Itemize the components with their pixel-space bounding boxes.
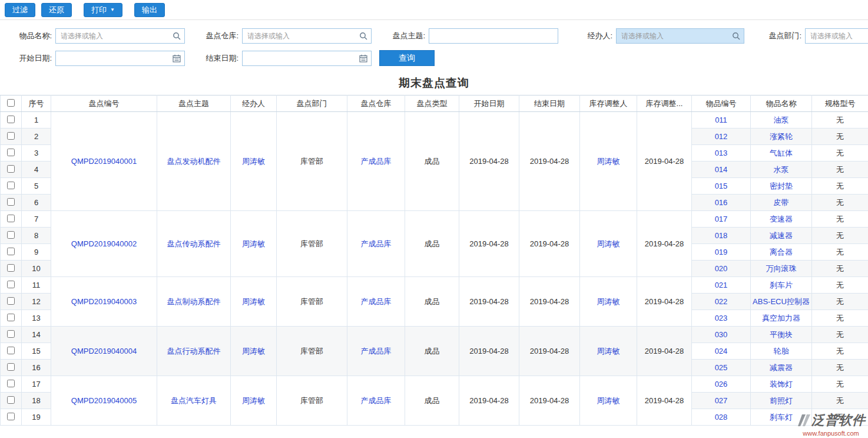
row-checkbox[interactable] (7, 363, 15, 371)
row-number: 1 (22, 112, 51, 129)
count-code-link[interactable]: QMPD2019040003 (51, 277, 157, 327)
row-checkbox[interactable] (7, 248, 15, 255)
item-name-link[interactable]: 离合器 (751, 244, 812, 261)
select-all-checkbox[interactable] (7, 99, 15, 107)
count-theme-link[interactable]: 盘点发动机配件 (157, 112, 231, 211)
item-name-link[interactable]: 前照灯 (751, 393, 812, 409)
item-code-link[interactable]: 023 (692, 310, 751, 327)
row-checkbox[interactable] (7, 182, 15, 189)
item-name-link[interactable]: 气缸体 (751, 145, 812, 162)
row-checkbox[interactable] (7, 297, 15, 305)
print-button-label: 打印 (91, 5, 107, 15)
count-code-link[interactable]: QMPD2019040005 (51, 376, 157, 426)
row-checkbox[interactable] (7, 330, 15, 338)
item-code-link[interactable]: 020 (692, 261, 751, 277)
count-theme-link[interactable]: 盘点行动系配件 (157, 327, 231, 376)
end-date-input[interactable] (242, 51, 372, 66)
item-name-link[interactable]: 刹车片 (751, 277, 812, 294)
warehouse-link[interactable]: 产成品库 (347, 376, 405, 426)
item-name-link[interactable]: 真空加力器 (751, 310, 812, 327)
warehouse-label: 盘点仓库: (201, 31, 242, 41)
count-code-link[interactable]: QMPD2019040001 (51, 112, 157, 211)
query-button[interactable]: 查询 (379, 50, 435, 66)
item-name-link[interactable]: 装饰灯 (751, 376, 812, 393)
filter-button[interactable]: 过滤 (5, 3, 35, 17)
adjuster-link[interactable]: 周涛敏 (580, 112, 637, 211)
item-code-link[interactable]: 012 (692, 129, 751, 145)
item-code-link[interactable]: 018 (692, 228, 751, 244)
item-code-link[interactable]: 028 (692, 409, 751, 426)
start-date-input[interactable] (55, 51, 185, 66)
count-theme-link[interactable]: 盘点制动系配件 (157, 277, 231, 327)
row-checkbox[interactable] (7, 215, 15, 222)
row-checkbox[interactable] (7, 281, 15, 288)
item-code-link[interactable]: 016 (692, 195, 751, 211)
department-input[interactable] (805, 28, 868, 44)
item-name-link[interactable]: 平衡块 (751, 327, 812, 343)
adjuster-link[interactable]: 周涛敏 (580, 277, 637, 327)
item-code-link[interactable]: 024 (692, 343, 751, 360)
print-button[interactable]: 打印 ▼ (84, 3, 122, 17)
export-button[interactable]: 输出 (134, 3, 165, 17)
warehouse-link[interactable]: 产成品库 (347, 112, 405, 211)
item-code-link[interactable]: 019 (692, 244, 751, 261)
row-checkbox[interactable] (7, 132, 15, 140)
item-name-link[interactable]: 涨紧轮 (751, 129, 812, 145)
row-checkbox[interactable] (7, 198, 15, 206)
handler-link[interactable]: 周涛敏 (231, 327, 277, 376)
item-code-link[interactable]: 017 (692, 211, 751, 228)
adjuster-link[interactable]: 周涛敏 (580, 327, 637, 376)
handler-link[interactable]: 周涛敏 (231, 277, 277, 327)
item-code-link[interactable]: 015 (692, 178, 751, 195)
row-checkbox[interactable] (7, 149, 15, 156)
row-checkbox[interactable] (7, 264, 15, 272)
spec-cell: 无 (812, 112, 868, 129)
adjuster-link[interactable]: 周涛敏 (580, 376, 637, 426)
row-checkbox[interactable] (7, 413, 15, 420)
warehouse-link[interactable]: 产成品库 (347, 211, 405, 277)
item-name-link[interactable]: 密封垫 (751, 178, 812, 195)
item-code-link[interactable]: 022 (692, 294, 751, 310)
handler-link[interactable]: 周涛敏 (231, 211, 277, 277)
count-code-link[interactable]: QMPD2019040002 (51, 211, 157, 277)
row-checkbox[interactable] (7, 165, 15, 173)
item-code-link[interactable]: 013 (692, 145, 751, 162)
theme-input[interactable] (429, 28, 558, 44)
item-code-link[interactable]: 026 (692, 376, 751, 393)
warehouse-link[interactable]: 产成品库 (347, 327, 405, 376)
handler-link[interactable]: 周涛敏 (231, 376, 277, 426)
item-code-link[interactable]: 021 (692, 277, 751, 294)
count-theme-link[interactable]: 盘点传动系配件 (157, 211, 231, 277)
item-name-link[interactable]: 万向滚珠 (751, 261, 812, 277)
row-checkbox[interactable] (7, 231, 15, 239)
item-name-link[interactable]: 油泵 (751, 112, 812, 129)
item-code-link[interactable]: 027 (692, 393, 751, 409)
item-name-link[interactable]: 变速器 (751, 211, 812, 228)
item-name-link[interactable]: ABS-ECU控制器 (751, 294, 812, 310)
handler-input[interactable] (616, 28, 744, 44)
row-checkbox[interactable] (7, 347, 15, 354)
item-code-link[interactable]: 025 (692, 360, 751, 376)
warehouse-link[interactable]: 产成品库 (347, 277, 405, 327)
item-code-link[interactable]: 014 (692, 162, 751, 178)
item-name-link[interactable]: 减速器 (751, 228, 812, 244)
row-checkbox[interactable] (7, 314, 15, 321)
item-code-link[interactable]: 030 (692, 327, 751, 343)
item-name-link[interactable]: 刹车灯 (751, 409, 812, 426)
item-name-link[interactable]: 水泵 (751, 162, 812, 178)
row-checkbox[interactable] (7, 380, 15, 387)
item-code-link[interactable]: 011 (692, 112, 751, 129)
row-checkbox[interactable] (7, 116, 15, 123)
warehouse-input[interactable] (242, 28, 372, 44)
item-name-link[interactable]: 减震器 (751, 360, 812, 376)
row-checkbox[interactable] (7, 396, 15, 404)
adjuster-link[interactable]: 周涛敏 (580, 211, 637, 277)
item-name-link[interactable]: 轮胎 (751, 343, 812, 360)
item-name-input[interactable] (55, 28, 185, 44)
end-date-cell: 2019-04-28 (519, 112, 580, 211)
count-code-link[interactable]: QMPD2019040004 (51, 327, 157, 376)
handler-link[interactable]: 周涛敏 (231, 112, 277, 211)
item-name-link[interactable]: 皮带 (751, 195, 812, 211)
count-theme-link[interactable]: 盘点汽车灯具 (157, 376, 231, 426)
restore-button[interactable]: 还原 (41, 3, 72, 17)
